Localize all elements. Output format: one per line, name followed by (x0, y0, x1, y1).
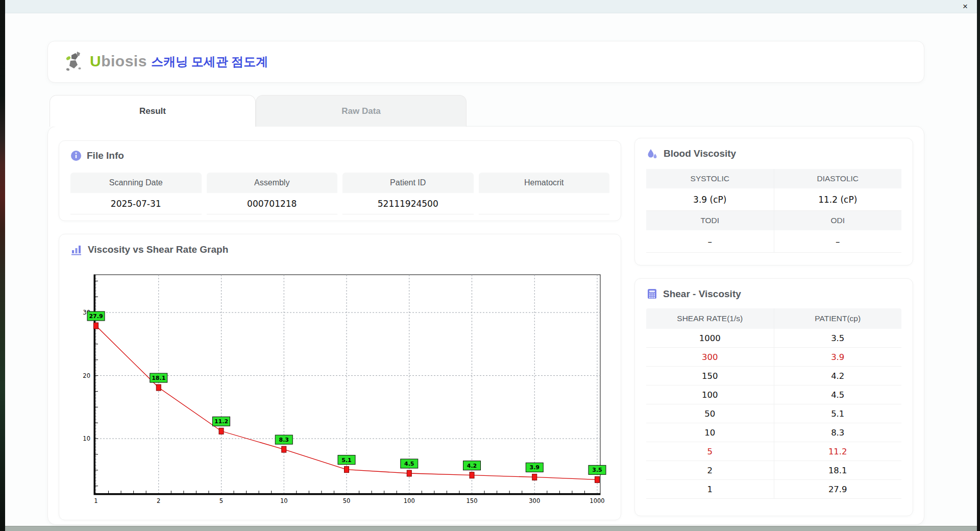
table-row: 3003.9 (646, 348, 901, 367)
data-point-label: 3.5 (592, 467, 602, 473)
table-row: 1504.2 (646, 367, 901, 385)
viscosity-graph-card: Viscosity vs Shear Rate Graph 1020301251… (59, 234, 621, 520)
data-point-label: 3.9 (530, 464, 540, 471)
data-point-marker (219, 428, 224, 434)
x-tick-label: 50 (343, 497, 351, 504)
patient-viscosity-cell: 8.3 (774, 423, 902, 442)
info-icon (70, 150, 82, 161)
field-value: 2025-07-31 (70, 193, 202, 214)
field-label: Hematocrit (479, 173, 610, 193)
data-point-label: 27.9 (89, 313, 103, 320)
blood-viscosity-table: SYSTOLIC DIASTOLIC 3.9 (cP) 11.2 (cP) TO… (646, 169, 901, 253)
metric-label: ODI (774, 211, 902, 230)
field-value (479, 193, 610, 214)
field-scanning-date: Scanning Date 2025-07-31 (70, 173, 202, 214)
file-info-fields: Scanning Date 2025-07-31 Assembly 000701… (70, 173, 609, 214)
patient-viscosity-cell: 11.2 (774, 442, 902, 461)
x-tick-label: 150 (467, 497, 478, 504)
data-point-label: 11.2 (214, 418, 228, 425)
shear-viscosity-card: Shear - Viscosity SHEAR RATE(1/s) PATIEN… (634, 278, 913, 516)
x-tick-label: 300 (529, 497, 540, 504)
blood-viscosity-title-label: Blood Viscosity (664, 148, 736, 159)
patient-viscosity-cell: 27.9 (774, 480, 902, 498)
data-point-label: 8.3 (279, 437, 289, 443)
field-value: 000701218 (207, 193, 338, 214)
patient-viscosity-cell: 4.2 (774, 367, 902, 385)
bar-chart-icon (70, 244, 83, 256)
shear-rate-cell: 300 (646, 348, 774, 366)
table-row: 505.1 (646, 404, 901, 423)
data-point-marker (94, 323, 99, 329)
x-tick-label: 2 (157, 497, 160, 504)
patient-viscosity-cell: 5.1 (774, 404, 902, 423)
data-point-marker (595, 476, 600, 482)
x-tick-label: 100 (404, 497, 415, 504)
window-close-icon[interactable]: × (963, 1, 968, 12)
page-title: 스캐닝 모세관 점도계 (151, 54, 268, 70)
data-point-label: 4.2 (467, 463, 477, 469)
blood-viscosity-card: Blood Viscosity SYSTOLIC DIASTOLIC 3.9 (… (634, 138, 913, 266)
data-point-marker (407, 470, 411, 476)
tab-result[interactable]: Result (50, 95, 256, 127)
table-row: 127.9 (646, 480, 901, 499)
x-tick-label: 10 (280, 497, 288, 504)
table-row: 511.2 (646, 442, 901, 461)
field-label: Assembly (207, 173, 338, 193)
shear-table-header: SHEAR RATE(1/s) PATIENT(cp) (646, 308, 901, 329)
column-header: SHEAR RATE(1/s) (646, 308, 774, 329)
field-value: 52111924500 (342, 193, 474, 214)
tab-raw-data-label: Raw Data (341, 106, 381, 116)
patient-viscosity-cell: 3.5 (774, 329, 902, 347)
shear-rate-cell: 150 (646, 367, 774, 385)
data-point-label: 18.1 (152, 375, 165, 381)
data-point-marker (470, 472, 474, 478)
logo-text: Ubiosis (90, 53, 147, 70)
data-point-label: 4.5 (404, 461, 414, 467)
data-point-marker (156, 384, 161, 391)
field-label: Patient ID (342, 173, 474, 193)
data-point-marker (282, 446, 286, 452)
table-row: 108.3 (646, 423, 901, 442)
shear-rate-cell: 100 (646, 385, 774, 404)
shear-rate-cell: 2 (646, 461, 774, 479)
metric-value: 3.9 (cP) (646, 188, 774, 211)
tab-raw-data[interactable]: Raw Data (256, 95, 467, 127)
patient-viscosity-cell: 3.9 (774, 348, 902, 366)
column-header: PATIENT(cp) (774, 308, 902, 329)
blood-viscosity-title: Blood Viscosity (646, 148, 736, 160)
table-row: 10003.5 (646, 329, 901, 348)
window-bottom-bar (5, 526, 977, 531)
metric-label: TODI (646, 211, 774, 230)
patient-viscosity-cell: 18.1 (774, 461, 902, 479)
graph-title: Viscosity vs Shear Rate Graph (70, 244, 228, 256)
viscosity-chart: 1020301251050100150300100027.918.111.28.… (69, 268, 610, 513)
ubiosis-logo: Ubiosis (64, 50, 147, 73)
metric-value-row: 3.9 (cP) 11.2 (cP) (646, 188, 901, 211)
calculator-icon (646, 288, 658, 300)
y-tick-label: 20 (83, 372, 90, 379)
metric-value: – (646, 230, 774, 253)
table-row: 218.1 (646, 461, 901, 480)
window-titlebar: × (5, 0, 977, 13)
data-point-marker (532, 474, 537, 480)
shear-viscosity-table: SHEAR RATE(1/s) PATIENT(cp) 10003.53003.… (646, 308, 901, 499)
metric-header-row: SYSTOLIC DIASTOLIC (646, 169, 901, 188)
file-info-title-label: File Info (87, 150, 124, 161)
x-tick-label: 1000 (590, 497, 604, 504)
metric-value: 11.2 (cP) (774, 188, 902, 211)
shear-rate-cell: 10 (646, 423, 774, 442)
ubiosis-logo-icon (64, 50, 87, 73)
field-label: Scanning Date (70, 173, 202, 193)
field-hematocrit: Hematocrit (479, 173, 610, 214)
droplets-icon (646, 148, 658, 160)
tab-result-label: Result (139, 106, 166, 116)
data-point-marker (345, 467, 349, 473)
metric-header-row: TODI ODI (646, 211, 901, 230)
shear-rate-cell: 50 (646, 404, 774, 423)
metric-value-row: – – (646, 230, 901, 253)
desktop-edge-right (977, 0, 980, 531)
file-info-title: File Info (70, 150, 124, 161)
shear-viscosity-title: Shear - Viscosity (646, 288, 741, 300)
shear-rate-cell: 1 (646, 480, 774, 498)
y-tick-label: 10 (83, 435, 90, 442)
